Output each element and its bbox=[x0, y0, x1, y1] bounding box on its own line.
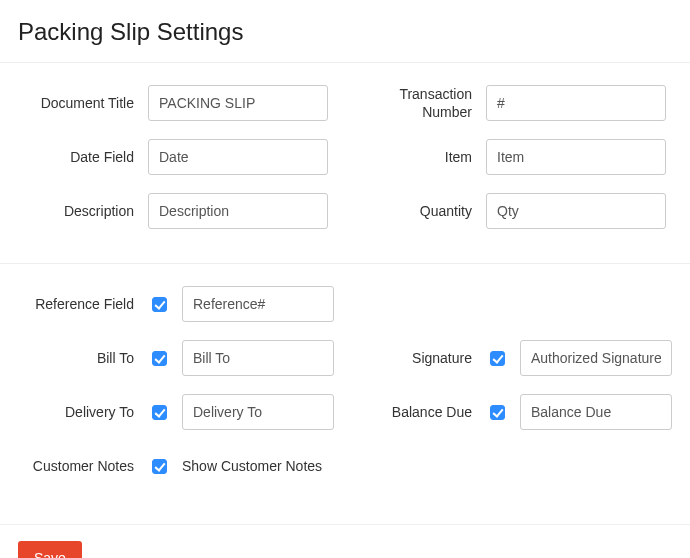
checkbox-delivery-to[interactable] bbox=[152, 405, 167, 420]
col-left-2: Reference Field Bill To Delivery To Cust… bbox=[18, 286, 334, 502]
section-toggleable: Reference Field Bill To Delivery To Cust… bbox=[0, 264, 690, 510]
label-date-field: Date Field bbox=[18, 148, 148, 166]
label-customer-notes: Customer Notes bbox=[18, 457, 148, 475]
col-left-1: Document Title Date Field Description bbox=[18, 85, 334, 247]
label-item: Item bbox=[356, 148, 486, 166]
input-reference-field[interactable] bbox=[182, 286, 334, 322]
text-show-customer-notes: Show Customer Notes bbox=[182, 458, 322, 474]
col-right-2: . Signature Balance Due bbox=[356, 286, 672, 502]
checkbox-reference-field[interactable] bbox=[152, 297, 167, 312]
page-title: Packing Slip Settings bbox=[0, 0, 690, 63]
label-reference-field: Reference Field bbox=[18, 295, 148, 313]
section-basic: Document Title Date Field Description Tr… bbox=[0, 63, 690, 255]
label-signature: Signature bbox=[356, 349, 486, 367]
input-bill-to[interactable] bbox=[182, 340, 334, 376]
label-quantity: Quantity bbox=[356, 202, 486, 220]
input-balance-due[interactable] bbox=[520, 394, 672, 430]
checkbox-customer-notes[interactable] bbox=[152, 459, 167, 474]
input-quantity[interactable] bbox=[486, 193, 666, 229]
input-document-title[interactable] bbox=[148, 85, 328, 121]
packing-slip-settings-page: Packing Slip Settings Document Title Dat… bbox=[0, 0, 690, 558]
input-delivery-to[interactable] bbox=[182, 394, 334, 430]
input-description[interactable] bbox=[148, 193, 328, 229]
footer: Save bbox=[0, 524, 690, 558]
label-delivery-to: Delivery To bbox=[18, 403, 148, 421]
checkbox-signature[interactable] bbox=[490, 351, 505, 366]
checkbox-balance-due[interactable] bbox=[490, 405, 505, 420]
input-transaction-number[interactable] bbox=[486, 85, 666, 121]
label-transaction-number: Transaction Number bbox=[356, 85, 486, 121]
col-right-1: Transaction Number Item Quantity bbox=[356, 85, 672, 247]
label-bill-to: Bill To bbox=[18, 349, 148, 367]
input-item[interactable] bbox=[486, 139, 666, 175]
save-button[interactable]: Save bbox=[18, 541, 82, 558]
label-document-title: Document Title bbox=[18, 94, 148, 112]
input-date-field[interactable] bbox=[148, 139, 328, 175]
label-balance-due: Balance Due bbox=[356, 403, 486, 421]
checkbox-bill-to[interactable] bbox=[152, 351, 167, 366]
label-description: Description bbox=[18, 202, 148, 220]
input-signature[interactable] bbox=[520, 340, 672, 376]
